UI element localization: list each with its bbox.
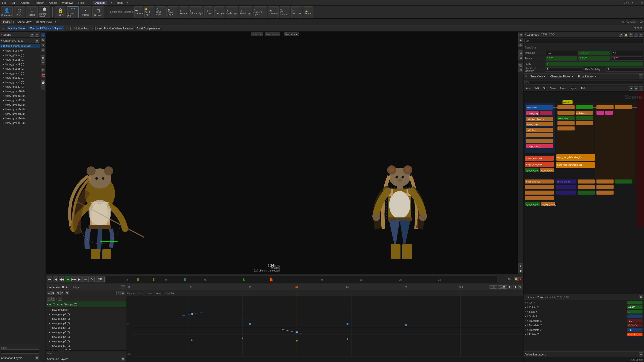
ne-view-btn[interactable]: View: [549, 86, 557, 90]
perspective-btn[interactable]: ⊡: [518, 68, 523, 72]
handle-mode-btn[interactable]: Handle Mode: [7, 26, 26, 30]
ne-layout2[interactable]: ⊞: [634, 86, 638, 90]
menu-file[interactable]: File: [1, 1, 8, 4]
scoped-item-rotate-y[interactable]: ▸ f Rotate Y 0.8375: [524, 305, 643, 309]
cg-all[interactable]: ▾ All Channel Groups (0): [0, 44, 40, 48]
toolbar-partial-light[interactable]: ◑Partial Light: [239, 6, 252, 18]
ge-curve[interactable]: ∿: [47, 297, 51, 301]
ge-ch-7[interactable]: ▸ f new_group7 (0): [46, 335, 126, 339]
ge-key3[interactable]: ⊞: [56, 291, 60, 295]
ge-key2[interactable]: ▣: [51, 291, 55, 295]
graph-settings-btn[interactable]: ⚙: [518, 285, 522, 289]
bear-vis-value[interactable]: 1: [607, 67, 643, 72]
cg-settings[interactable]: ⚙: [35, 39, 39, 43]
render-view-btn[interactable]: Render View: [34, 20, 53, 24]
grid-btn[interactable]: ⊞: [518, 55, 523, 60]
playback-speed-btn[interactable]: ▶: [518, 263, 523, 268]
toolbar-area-light[interactable]: ▣Area Light: [168, 6, 178, 18]
select-btn[interactable]: ▣: [41, 55, 45, 60]
toolbar-characters[interactable]: 👤 Characters: [1, 6, 13, 18]
toolbar-volume[interactable]: ◈Volume: [179, 6, 188, 18]
auto-key-btn[interactable]: ⏺: [518, 277, 522, 281]
ge-key1[interactable]: ◈: [47, 291, 51, 295]
menu-windows[interactable]: Windows: [61, 1, 74, 4]
cg-item-7[interactable]: ▸ f new_group7 (0): [0, 75, 40, 80]
cg-item-15[interactable]: ▸ f new_group15 (0): [0, 112, 40, 116]
timeline-ruler[interactable]: 18 20 22 24 30 35 40 45 49: [106, 276, 497, 283]
anim-layers-settings[interactable]: ⚙: [35, 356, 39, 360]
motion-path-btn[interactable]: Motion Path: [73, 26, 91, 30]
scope-add[interactable]: +: [35, 33, 39, 37]
scale-tool-btn[interactable]: ⇱: [41, 43, 45, 47]
record-btn[interactable]: ⏺: [518, 268, 523, 273]
scope-settings[interactable]: ⚙: [30, 33, 34, 37]
ge-del[interactable]: ✕: [58, 297, 62, 301]
scoped-item-translate-z[interactable]: ▸ f Translate Z 7.2: [524, 328, 643, 332]
toolbar-spot-light[interactable]: 🔦Spot Light: [156, 6, 167, 18]
character-picker-btn[interactable]: Character Picker ▾: [549, 74, 575, 79]
frame-input[interactable]: [96, 277, 105, 282]
ge-ch-8[interactable]: ▸ f new_group8 (0): [46, 339, 126, 344]
no-cam-left[interactable]: No cam ▾: [265, 32, 280, 36]
rotate-x[interactable]: 3.675: [546, 56, 577, 61]
display-mode-btn[interactable]: ◈: [518, 38, 523, 42]
menu-animate[interactable]: Animate: [93, 1, 107, 5]
ge-linear[interactable]: ╱: [51, 297, 55, 301]
rp-settings[interactable]: ⚙: [619, 33, 623, 37]
toolbar-vr-camera[interactable]: ⊞VR Camera: [280, 6, 290, 18]
toolbar-toggle[interactable]: ↕ Toggle: [26, 6, 38, 18]
ne-add-btn[interactable]: Add: [525, 86, 532, 90]
cg-item-3[interactable]: ▸ f new_group3 (0): [0, 57, 40, 62]
front-label[interactable]: Front ▾: [251, 32, 263, 36]
snap-btn[interactable]: 🧲: [41, 73, 45, 77]
cg-item-5[interactable]: ▸ f new_group5 (0): [0, 66, 40, 71]
zoom-fit-btn[interactable]: ⊞: [518, 33, 523, 37]
translate-z[interactable]: 7.2: [611, 51, 643, 55]
fx-ik-value[interactable]: 1: [546, 62, 643, 66]
ge-key5[interactable]: ⊟: [65, 291, 69, 295]
wireframe-btn[interactable]: ⊟: [518, 50, 523, 55]
rp-search-input[interactable]: [525, 39, 643, 43]
cg-item-6[interactable]: ▸ f new_group6 (0): [0, 71, 40, 75]
one-for-all-btn[interactable]: One For All Selected Objects: [28, 26, 64, 30]
cg-item-2[interactable]: ▸ f new_group2 (0): [0, 53, 40, 57]
menu-create[interactable]: Create: [20, 1, 31, 4]
ge-ch-5[interactable]: ▸ f new_group5 (0): [46, 326, 126, 330]
cg-item-12[interactable]: ▸ f new_group12 (0): [0, 98, 40, 103]
cg-item-9[interactable]: ▸ f new_group9 (0): [0, 84, 40, 89]
ghost-btn[interactable]: 👻: [41, 80, 45, 85]
rotate-tool-btn[interactable]: ↻: [41, 38, 45, 42]
ne-help-btn[interactable]: Help: [580, 86, 588, 90]
toolbar-camera2[interactable]: 📷Camera: [268, 6, 279, 18]
ne-settings[interactable]: ⚙: [629, 86, 633, 90]
ge-ch-3[interactable]: ▸ f new_group3 (0): [46, 316, 126, 321]
pose-library-btn[interactable]: Pose Library ▾: [577, 74, 597, 79]
graph-record-btn[interactable]: ⏺: [513, 285, 517, 289]
toolbar-volume-light[interactable]: ◈Volume Light: [189, 6, 203, 18]
translate-x[interactable]: -2.7: [546, 51, 577, 55]
toolbar-drone-camera[interactable]: 🚁Drone: [303, 6, 313, 18]
filter-input[interactable]: [1, 349, 39, 354]
menu-edit[interactable]: Edit: [11, 1, 17, 4]
rp-lock[interactable]: 🔒: [624, 33, 628, 37]
toolbar-blend[interactable]: ⬡ Blend: [14, 6, 25, 18]
cg-item-4[interactable]: ▸ f new_group4 (0): [0, 62, 40, 66]
ge-ch-10[interactable]: ▸ f new_group10 (0): [46, 348, 126, 350]
scoped-item-translate-x[interactable]: ▸ f Translate X -2.7: [524, 319, 643, 323]
graph-curve-area[interactable]: 0 5 10 30 20 25 100: [126, 284, 523, 362]
rp-add[interactable]: +: [639, 33, 643, 37]
cg-item-16[interactable]: ▸ f new_group16 (0): [0, 116, 40, 121]
toolbar-points[interactable]: · Points: [80, 6, 91, 18]
toolbar-lock-at[interactable]: 🔒 Lock At: [55, 6, 66, 18]
ge-add[interactable]: +: [121, 285, 125, 289]
scene-view-btn[interactable]: Scene View: [15, 20, 33, 24]
toolbar-camera[interactable]: 📷Camera: [134, 6, 143, 18]
step-back-btn[interactable]: ◀: [53, 277, 58, 282]
viewport-right[interactable]: No cam ▾: [282, 32, 518, 274]
play-btn[interactable]: ▶: [65, 277, 70, 282]
scoped-item-scale-y[interactable]: ▸ f Scale Y 1: [524, 309, 643, 314]
camera-view-btn[interactable]: 📷: [518, 63, 523, 67]
toolbar-day-light[interactable]: ☀Day Light: [214, 6, 225, 18]
tree-view-btn[interactable]: Tree View ▾: [529, 74, 547, 79]
cg-item-14[interactable]: ▸ f new_group14 (0): [0, 107, 40, 112]
